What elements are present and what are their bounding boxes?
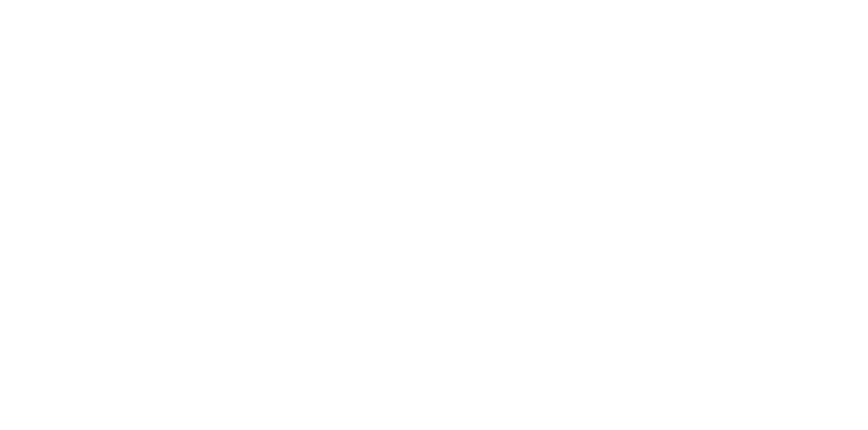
- burst-decay-window: [0, 0, 868, 430]
- waterfall-plot: [0, 0, 868, 430]
